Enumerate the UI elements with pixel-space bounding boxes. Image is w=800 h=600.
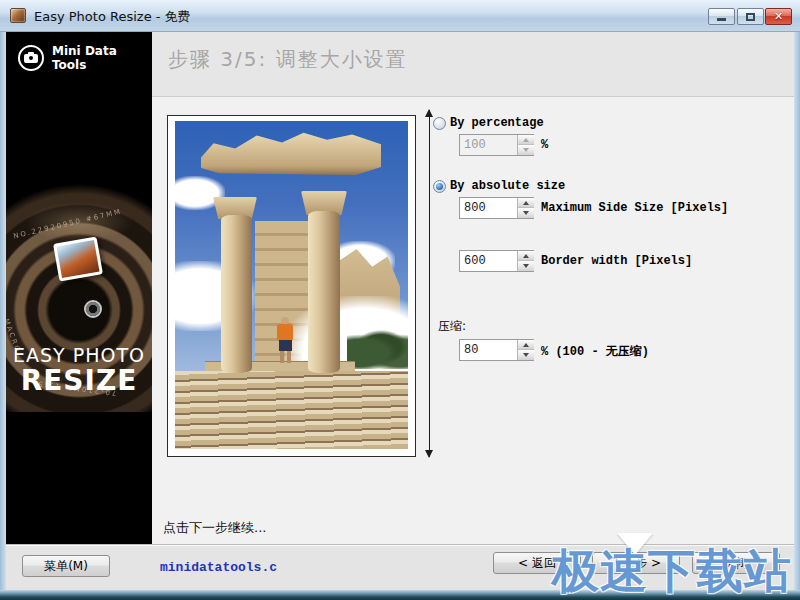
up-arrow-icon [523, 254, 529, 258]
minimize-icon [717, 18, 726, 21]
sidebar-branding: Mini Data Tools NO.22920950 #67MM 70-210… [6, 32, 152, 544]
compression-value: 80 [464, 343, 478, 357]
next-step-hint: 点击下一步继续... [163, 519, 266, 537]
max-side-spinner [517, 198, 533, 218]
spin-up-button[interactable] [518, 340, 534, 350]
spin-down-button[interactable] [518, 208, 534, 218]
compression-input[interactable]: 80 [459, 339, 534, 361]
brand-name: Mini Data Tools [52, 44, 152, 72]
radio-by-absolute-size[interactable] [433, 180, 446, 193]
window-frame-right [794, 32, 800, 590]
logo-lens-icon [84, 300, 102, 318]
percentage-value: 100 [464, 138, 486, 152]
site-link[interactable]: minidatatools.c [160, 560, 277, 575]
menu-button[interactable]: 菜单(M) [22, 555, 110, 577]
wizard-close-button[interactable]: 关闭 [692, 552, 780, 574]
ruin-column [308, 211, 340, 373]
compression-spinner [517, 340, 533, 360]
spin-up-button[interactable] [518, 135, 534, 145]
spin-down-button[interactable] [518, 261, 534, 271]
lens-artwork: NO.22920950 #67MM 70-210MM 1:35 MACRO EA… [6, 182, 152, 412]
watermark-pointer [617, 533, 653, 555]
height-dimension-arrow [429, 110, 430, 457]
statusbar: 菜单(M) minidatatools.c < 返回 下一步 > 关闭 [6, 544, 794, 590]
step-title: 步骤 3/5: 调整大小设置 [168, 46, 408, 73]
down-arrow-icon [523, 148, 529, 152]
camera-icon [18, 45, 44, 71]
spin-down-button[interactable] [518, 350, 534, 360]
wizard-header: 步骤 3/5: 调整大小设置 [152, 32, 794, 97]
down-arrow-icon [523, 264, 529, 268]
person-shorts [279, 340, 292, 351]
app-icon [10, 8, 26, 23]
border-width-value: 600 [464, 254, 486, 268]
window-title: Easy Photo Resize - 免费 [34, 8, 191, 26]
back-button[interactable]: < 返回 [493, 552, 581, 574]
up-arrow-icon [523, 138, 529, 142]
logo-line1: EASY PHOTO [6, 344, 152, 366]
border-width-input[interactable]: 600 [459, 250, 534, 272]
next-button[interactable]: 下一步 > [592, 552, 680, 574]
photo-stack-icon [53, 236, 103, 281]
titlebar: Easy Photo Resize - 免费 ✕ [0, 0, 800, 32]
max-side-label: Maximum Side Size [Pixels] [541, 201, 728, 215]
main-panel: 步骤 3/5: 调整大小设置 [152, 32, 794, 544]
brand-row: Mini Data Tools [6, 40, 152, 76]
maximize-button[interactable] [737, 8, 764, 25]
max-side-value: 800 [464, 201, 486, 215]
down-arrow-icon [523, 353, 529, 357]
spin-down-button[interactable] [518, 145, 534, 155]
photo-stack-icon-inner [57, 240, 100, 278]
close-icon: ✕ [774, 11, 783, 22]
by-percentage-label: By percentage [450, 116, 544, 130]
maximize-icon [746, 13, 755, 21]
photo-preview-panel [167, 115, 416, 457]
app-window: Easy Photo Resize - 免费 ✕ Mini Data Tools… [0, 0, 800, 600]
spin-up-button[interactable] [518, 198, 534, 208]
max-side-input[interactable]: 800 [459, 197, 534, 219]
person-legs [280, 351, 291, 363]
border-width-spinner [517, 251, 533, 271]
radio-by-percentage[interactable] [433, 117, 446, 130]
compression-label: 压缩: [438, 318, 466, 335]
border-width-label: Border width [Pixels] [541, 254, 692, 268]
close-window-button[interactable]: ✕ [765, 8, 792, 25]
down-arrow-icon [523, 211, 529, 215]
logo-line2: RESIZE [6, 364, 152, 397]
ruin-column [221, 215, 252, 373]
percentage-spinner [517, 135, 533, 155]
minimize-button[interactable] [708, 8, 735, 25]
by-absolute-size-label: By absolute size [450, 179, 565, 193]
up-arrow-icon [523, 201, 529, 205]
window-frame-bottom [0, 590, 800, 600]
ruin-lintel [201, 131, 381, 175]
trees [347, 329, 408, 369]
camera-icon-lens [29, 56, 33, 60]
compression-suffix: % (100 - 无压缩) [541, 343, 649, 360]
up-arrow-icon [523, 343, 529, 347]
stone-steps [175, 371, 408, 449]
spin-up-button[interactable] [518, 251, 534, 261]
photo-preview [175, 121, 408, 449]
percentage-input[interactable]: 100 [459, 134, 534, 156]
person-shirt [277, 324, 293, 341]
percentage-suffix: % [541, 138, 548, 152]
